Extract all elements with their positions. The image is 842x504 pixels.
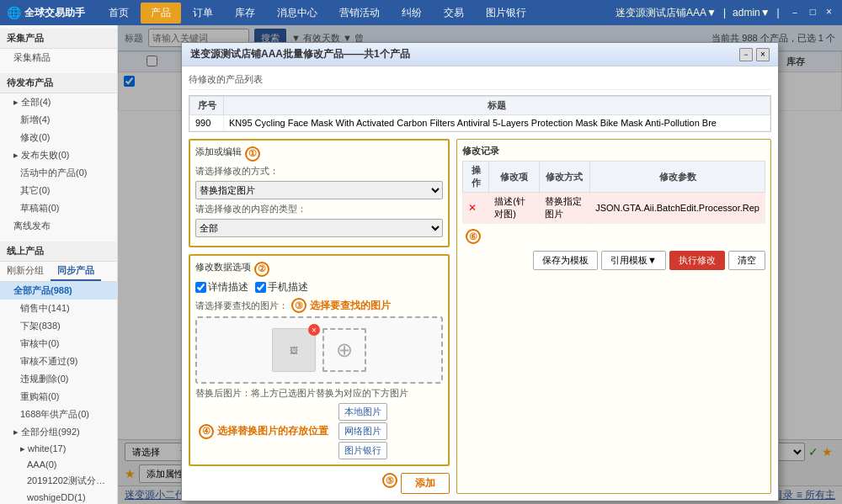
rec-col-method: 修改方式: [539, 162, 590, 193]
sidebar-review-fail[interactable]: 审核不通过(9): [0, 353, 117, 370]
window-close-btn[interactable]: ×: [823, 6, 835, 20]
tab-sync-product[interactable]: 同步产品: [51, 262, 101, 281]
publish-draft[interactable]: 草稿箱(0): [0, 199, 117, 217]
nav-home[interactable]: 首页: [99, 3, 139, 24]
sidebar-repurchase[interactable]: 重购箱(0): [0, 388, 117, 406]
admin-name[interactable]: admin▼: [733, 7, 770, 19]
sidebar-off-shelf[interactable]: 下架(838): [0, 317, 117, 335]
publish-section: 待发布产品 ▸ 全部(4) 新增(4) 修改(0) ▸ 发布失败(0) 活动中的…: [0, 70, 117, 238]
circle6-area: ⑥: [462, 229, 765, 244]
rec-param: JSON.GTA.Aii.BatchEdit.Processor.Rep: [590, 193, 765, 224]
main-layout: 采集产品 采集精品 待发布产品 ▸ 全部(4) 新增(4) 修改(0) ▸ 发布…: [0, 25, 842, 504]
modal-title: 迷变源测试店铺AAA批量修改产品——共1个产品: [190, 47, 410, 61]
circle4-hint: ④ 选择替换图片的存放位置: [195, 424, 328, 439]
replace-buttons: 本地图片 网络图片 图片银行: [338, 403, 387, 459]
operation-section: 添加或编辑 ① 请选择修改的方式： 替换指定图片 请选择修改的内容的类型： 全部: [189, 139, 450, 247]
op-hint: 请选择修改的方式：: [195, 165, 443, 178]
window-max-btn[interactable]: □: [807, 6, 819, 20]
app-logo: 🌐 全球交易助手: [7, 6, 85, 20]
detail-checkbox[interactable]: [195, 282, 206, 293]
image-search-inner: 🖼 × ⊕: [272, 328, 366, 372]
nav-trade[interactable]: 交易: [434, 3, 474, 24]
operation-select[interactable]: 替换指定图片: [195, 181, 443, 199]
checkbox-detail-label: 详情描述: [208, 280, 248, 294]
app-title: 全球交易助手: [24, 6, 85, 20]
btn-image-bank[interactable]: 图片银行: [338, 442, 387, 459]
add-image-btn[interactable]: ⊕: [322, 328, 366, 372]
checkbox-mobile-label: 手机描述: [268, 280, 308, 294]
execute-btn[interactable]: 执行修改: [669, 251, 725, 270]
sidebar-reviewing[interactable]: 审核中(0): [0, 335, 117, 353]
modal-row-seq: 990: [190, 115, 224, 131]
modal-min-btn[interactable]: －: [739, 48, 753, 61]
modal-controls: － ×: [739, 48, 770, 61]
add-btn[interactable]: 添加: [401, 473, 450, 494]
nav-dispute[interactable]: 纠纷: [392, 3, 432, 24]
publish-other[interactable]: 其它(0): [0, 182, 117, 199]
delete-image-btn[interactable]: ×: [308, 324, 320, 336]
tab-new-group[interactable]: 刚新分组: [0, 262, 51, 281]
modal-product-table: 序号 标题 990 KN95 Cycling Face Mask With Ac…: [189, 96, 770, 131]
add-btn-row: ⑤ 添加: [189, 473, 450, 494]
modal-right-panel: 修改记录 操作 修改项 修改方式 修改参数: [456, 139, 771, 494]
sidebar-all-groups[interactable]: ▸ 全部分组(992): [0, 423, 117, 441]
checkbox-detail[interactable]: 详情描述: [195, 280, 248, 294]
sidebar-woshige[interactable]: woshigeDD(1): [0, 490, 117, 504]
collect-section: 采集产品 采集精品: [0, 25, 117, 70]
modal-columns: 添加或编辑 ① 请选择修改的方式： 替换指定图片 请选择修改的内容的类型： 全部: [189, 139, 771, 494]
nav-marketing[interactable]: 营销活动: [329, 3, 390, 24]
publish-new[interactable]: 新增(4): [0, 111, 117, 129]
collect-title: 采集产品: [0, 29, 117, 49]
top-navigation: 🌐 全球交易助手 首页 产品 订单 库存 消息中心 营销活动 纠纷 交易 图片银…: [0, 0, 842, 25]
sidebar-violation[interactable]: 违规删除(0): [0, 370, 117, 388]
options-label: 修改数据选项: [195, 261, 251, 273]
rec-status: ✕: [463, 193, 489, 224]
circle4-text: 选择替换图片的存放位置: [217, 424, 328, 438]
sidebar-on-sale[interactable]: 销售中(141): [0, 300, 117, 317]
circle2: ②: [254, 262, 269, 277]
modal-subtitle: 待修改的产品列表: [189, 73, 771, 90]
window-min-btn[interactable]: －: [786, 6, 803, 20]
record-row: ✕ 描述(针对图) 替换指定图片 JSON.GTA.Aii.BatchEdit.…: [463, 193, 765, 224]
sidebar-aaa[interactable]: AAA(0): [0, 457, 117, 472]
sidebar-all-products[interactable]: 全部产品(988): [0, 282, 117, 300]
image-thumb: 🖼 ×: [272, 328, 316, 372]
offline-publish[interactable]: 离线发布: [0, 217, 117, 235]
nav-image-bank[interactable]: 图片银行: [476, 3, 536, 24]
nav-message[interactable]: 消息中心: [267, 3, 328, 24]
sidebar-20191202[interactable]: 20191202测试分组00': [0, 472, 117, 490]
circle5-icon: ⑤: [382, 473, 397, 488]
publish-all[interactable]: ▸ 全部(4): [0, 93, 117, 111]
save-template-btn[interactable]: 保存为模板: [533, 251, 598, 270]
replace-area: ④ 选择替换图片的存放位置 本地图片 网络图片 图片银行: [195, 403, 443, 459]
collect-btn[interactable]: 采集精品: [0, 49, 117, 66]
circle3-hint: 选择要查找的图片: [310, 299, 391, 313]
checkbox-mobile[interactable]: 手机描述: [255, 280, 308, 294]
image-search-box[interactable]: 🖼 × ⊕: [195, 316, 443, 384]
nav-order[interactable]: 订单: [183, 3, 223, 24]
btn-local-image[interactable]: 本地图片: [338, 403, 387, 421]
content-type-select[interactable]: 全部: [195, 219, 443, 237]
nav-inventory[interactable]: 库存: [225, 3, 265, 24]
publish-fail[interactable]: ▸ 发布失败(0): [0, 146, 117, 164]
circle4: ④: [199, 424, 214, 439]
mobile-checkbox[interactable]: [255, 282, 266, 293]
publish-edit[interactable]: 修改(0): [0, 129, 117, 146]
rec-col-op: 操作: [463, 162, 489, 193]
nav-product[interactable]: 产品: [141, 3, 181, 24]
modal-table-row: 990 KN95 Cycling Face Mask With Activate…: [190, 115, 770, 131]
modal-header: 迷变源测试店铺AAA批量修改产品——共1个产品 － ×: [182, 43, 778, 66]
btn-network-image[interactable]: 网络图片: [338, 422, 387, 440]
publish-title: 待发布产品: [0, 73, 117, 93]
modal-col-seq: 序号: [190, 97, 224, 115]
store-name[interactable]: 迷变源测试店铺AAA▼: [616, 6, 717, 20]
rec-delete-icon[interactable]: ✕: [468, 202, 477, 214]
clear-btn[interactable]: 清空: [728, 251, 765, 270]
modal-body: 待修改的产品列表 序号 标题 990: [182, 66, 778, 501]
import-template-btn[interactable]: 引用模板▼: [601, 251, 666, 270]
sidebar-white[interactable]: ▸ white(17): [0, 441, 117, 457]
sidebar-1688[interactable]: 1688年供产品(0): [0, 406, 117, 423]
modal-close-btn[interactable]: ×: [756, 48, 770, 61]
online-title: 线上产品: [0, 241, 117, 262]
publish-active[interactable]: 活动中的产品(0): [0, 164, 117, 182]
